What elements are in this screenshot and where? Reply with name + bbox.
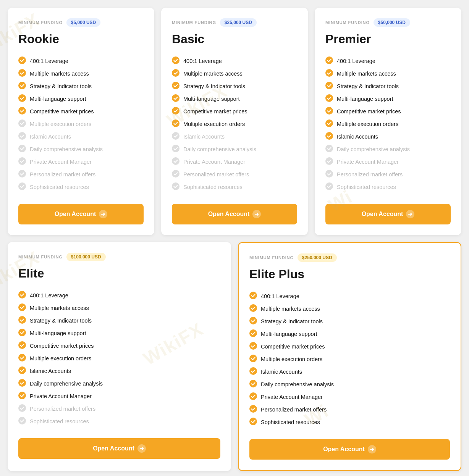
feature-label: Competitive market prices	[337, 108, 401, 115]
svg-point-34	[18, 303, 26, 311]
svg-point-45	[249, 304, 257, 312]
feature-item: Sophisticated resources	[325, 181, 451, 193]
feature-label: Multi-language support	[30, 330, 86, 336]
check-icon	[18, 119, 26, 128]
feature-item: Daily comprehensive analysis	[249, 378, 450, 390]
check-icon	[172, 119, 180, 128]
check-icon	[172, 56, 180, 65]
feature-label: Islamic Accounts	[30, 368, 71, 374]
svg-point-16	[172, 119, 180, 127]
feature-label: 400:1 Leverage	[337, 58, 375, 64]
min-funding-badge: $50,000 USD	[374, 18, 410, 27]
feature-label: Islamic Accounts	[30, 134, 71, 140]
svg-point-20	[172, 170, 180, 177]
svg-point-26	[325, 107, 333, 115]
check-icon	[172, 82, 180, 90]
svg-point-35	[18, 316, 26, 324]
open-account-label: Open Account	[93, 445, 134, 452]
check-icon	[172, 182, 180, 191]
bottom-cards-grid: MINIMUM FUNDING $100,000 USD Elite 400:1…	[8, 242, 461, 471]
check-icon	[325, 182, 333, 191]
feature-label: Multi-language support	[261, 331, 317, 337]
feature-label: Daily comprehensive analysis	[337, 146, 410, 152]
svg-point-40	[18, 379, 26, 387]
svg-point-39	[18, 366, 26, 374]
open-account-button[interactable]: Open Account ➜	[18, 204, 144, 224]
feature-item: Personalized market offers	[18, 402, 220, 415]
feature-item: 400:1 Leverage	[249, 290, 450, 302]
feature-item: Sophisticated resources	[18, 415, 220, 428]
open-account-button[interactable]: Open Account ➜	[249, 439, 450, 460]
check-icon	[172, 69, 180, 78]
check-icon	[325, 145, 333, 153]
feature-item: Competitive market prices	[325, 105, 451, 118]
feature-item: Multiple markets access	[249, 302, 450, 315]
check-icon	[325, 56, 333, 65]
feature-item: Multi-language support	[18, 327, 220, 339]
feature-item: Strategy & Indicator tools	[249, 315, 450, 328]
open-account-button[interactable]: Open Account ➜	[172, 204, 297, 224]
feature-item: Strategy & Indicator tools	[18, 80, 144, 92]
svg-point-5	[18, 119, 26, 127]
feature-item: Strategy & Indicator tools	[18, 314, 220, 327]
check-icon	[325, 82, 333, 90]
min-funding-badge: $25,000 USD	[220, 18, 257, 27]
card-title: Basic	[172, 32, 297, 46]
feature-label: Multiple markets access	[337, 71, 396, 77]
feature-label: Daily comprehensive analysis	[30, 146, 103, 152]
feature-item: Multi-language support	[249, 328, 450, 340]
open-account-label: Open Account	[323, 446, 365, 453]
svg-point-17	[172, 132, 180, 140]
open-account-button[interactable]: Open Account ➜	[325, 204, 451, 224]
feature-label: Personalized market offers	[30, 406, 95, 412]
arrow-icon: ➜	[137, 444, 146, 453]
feature-item: Multiple execution orders	[325, 118, 451, 130]
feature-label: Sophisticated resources	[30, 184, 89, 190]
feature-label: Multiple markets access	[183, 71, 243, 77]
feature-item: Daily comprehensive analysis	[325, 143, 451, 155]
check-icon	[18, 157, 26, 166]
feature-item: Competitive market prices	[18, 339, 220, 352]
feature-label: Multiple markets access	[30, 71, 89, 77]
svg-point-22	[325, 56, 333, 64]
svg-point-10	[18, 182, 26, 190]
check-icon	[18, 329, 26, 337]
svg-point-7	[18, 145, 26, 152]
check-icon	[18, 145, 26, 153]
feature-item: Private Account Manager	[325, 155, 451, 168]
feature-item: Multi-language support	[325, 92, 451, 105]
check-icon	[249, 405, 257, 414]
feature-item: Islamic Accounts	[172, 130, 297, 143]
feature-item: Islamic Accounts	[18, 365, 220, 377]
svg-point-24	[325, 82, 333, 89]
min-funding-row: MINIMUM FUNDING $250,000 USD	[249, 253, 450, 262]
feature-item: Competitive market prices	[18, 105, 144, 118]
min-funding-label: MINIMUM FUNDING	[249, 255, 294, 260]
feature-label: Sophisticated resources	[261, 419, 320, 425]
feature-label: Private Account Manager	[30, 393, 92, 399]
check-icon	[18, 404, 26, 413]
feature-item: Multiple execution orders	[249, 353, 450, 365]
features-list: 400:1 Leverage Multiple markets access S…	[249, 290, 450, 428]
feature-item: Multiple execution orders	[172, 118, 297, 130]
feature-item: Daily comprehensive analysis	[172, 143, 297, 155]
open-account-button[interactable]: Open Account ➜	[18, 438, 220, 459]
feature-label: Multiple markets access	[30, 305, 89, 311]
svg-point-1	[18, 69, 26, 77]
check-icon	[325, 107, 333, 116]
feature-label: Daily comprehensive analysis	[183, 146, 256, 152]
svg-point-32	[325, 182, 333, 190]
check-icon	[18, 69, 26, 78]
feature-item: Daily comprehensive analysis	[18, 377, 220, 390]
open-account-label: Open Account	[55, 211, 96, 218]
feature-item: Multiple execution orders	[18, 352, 220, 365]
svg-point-46	[249, 317, 257, 324]
open-account-label: Open Account	[362, 211, 403, 218]
top-cards-grid: MINIMUM FUNDING $5,000 USD Rookie 400:1 …	[8, 8, 461, 235]
open-account-label: Open Account	[208, 211, 250, 218]
svg-point-43	[18, 417, 26, 424]
svg-point-25	[325, 94, 333, 102]
check-icon	[249, 292, 257, 300]
min-funding-label: MINIMUM FUNDING	[18, 255, 63, 259]
feature-label: Multi-language support	[30, 96, 86, 102]
